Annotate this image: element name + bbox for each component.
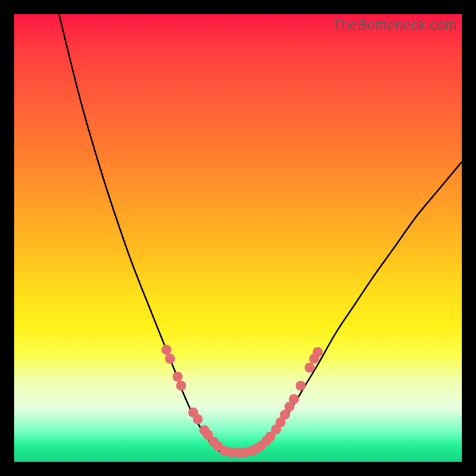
highlight-dot <box>176 381 186 391</box>
highlight-dot <box>312 347 322 357</box>
highlight-dot <box>305 363 315 373</box>
highlight-dot <box>289 394 299 404</box>
right-curve <box>252 162 462 453</box>
highlight-dot <box>296 381 306 391</box>
left-curve <box>59 14 224 453</box>
highlight-dots-group <box>161 345 322 458</box>
highlight-dot <box>193 414 203 424</box>
chart-svg <box>14 14 462 462</box>
highlight-dot <box>161 345 171 355</box>
highlight-dot <box>165 354 175 364</box>
highlight-dot <box>173 372 183 382</box>
chart-frame: TheBottleneck.com <box>0 0 476 476</box>
chart-plot-area: TheBottleneck.com <box>14 14 462 462</box>
